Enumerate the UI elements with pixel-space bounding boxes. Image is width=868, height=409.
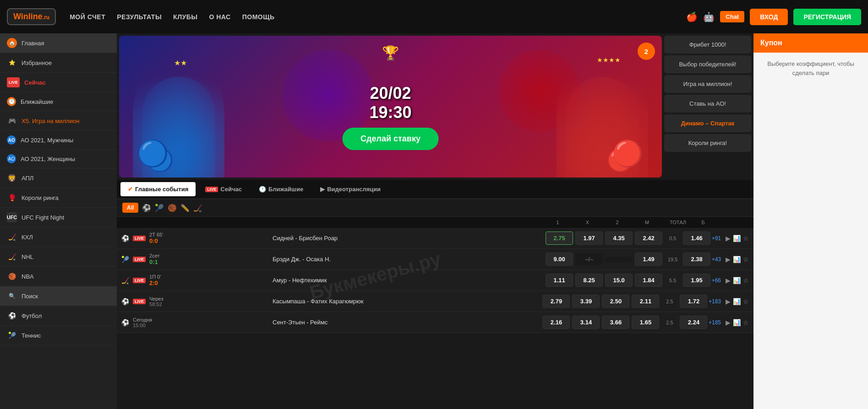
event-4-oddm-button[interactable]: 2.11 <box>632 295 659 308</box>
event-4-stats-icon[interactable]: 📊 <box>733 298 741 305</box>
banner-cta-button[interactable]: Сделай ставку <box>342 128 439 150</box>
event-2-star-icon[interactable]: ☆ <box>743 256 749 263</box>
event-1-odd2-button[interactable]: 4.35 <box>605 231 633 245</box>
event-4-oddx-button[interactable]: 3.39 <box>572 295 600 308</box>
event-1-oddx-button[interactable]: 1.97 <box>575 231 603 245</box>
sidebar-item-football[interactable]: ⚽ Футбол <box>0 306 117 326</box>
event-1-oddm-button[interactable]: 2.42 <box>635 231 662 245</box>
sidebar-item-search[interactable]: 🔍 Поиск <box>0 286 117 306</box>
filter-football-icon[interactable]: ⚽ <box>142 204 151 212</box>
nav-results[interactable]: РЕЗУЛЬТАТЫ <box>117 13 162 21</box>
event-2-oddb-button[interactable]: 2.38 <box>683 253 710 266</box>
main-banner[interactable]: 🏆 🔵 🔴 ★★ ★★★★ 🔵 🔴 <box>119 36 662 178</box>
tab-live[interactable]: LIVE Сейчас <box>198 182 249 196</box>
sidebar-item-home[interactable]: 🏠 Главная <box>0 33 117 53</box>
banner-side-winners[interactable]: Выбор победителей! <box>664 55 751 73</box>
apple-icon[interactable]: 🍎 <box>686 11 698 22</box>
sidebar-item-live[interactable]: LIVE Сейчас <box>0 73 117 92</box>
tab-live-label: Сейчас <box>220 186 242 193</box>
nav-my-account[interactable]: МОЙ СЧЕТ <box>70 13 105 21</box>
filter-basketball-icon[interactable]: 🏀 <box>168 204 177 212</box>
event-5-odd1-button[interactable]: 2.16 <box>542 316 570 329</box>
banner-side-million[interactable]: Игра на миллион! <box>664 75 751 93</box>
sidebar-item-kings[interactable]: 🥊 Короли ринга <box>0 188 117 208</box>
event-4-more-button[interactable]: +183 <box>709 298 721 305</box>
sidebar-item-x5[interactable]: 🎮 Х5. Игра на миллион <box>0 111 117 131</box>
banner-side-ao[interactable]: Ставь на АО! <box>664 95 751 113</box>
filter-tennis-icon[interactable]: 🎾 <box>155 204 164 212</box>
filter-all-button[interactable]: All <box>122 203 138 213</box>
event-2-odd1-button[interactable]: 9.00 <box>546 253 573 266</box>
event-2-more-button[interactable]: +43 <box>712 256 721 263</box>
sidebar-item-tennis[interactable]: 🎾 Теннис <box>0 326 117 345</box>
event-3-odd2-button[interactable]: 15.0 <box>605 274 633 287</box>
nav-clubs[interactable]: КЛУБЫ <box>173 13 197 21</box>
event-3-more-button[interactable]: +66 <box>712 277 721 284</box>
banner-side-kings[interactable]: Короли ринга! <box>664 134 751 152</box>
filter-hockey-icon[interactable]: 🏒 <box>193 204 202 212</box>
banner-side-match[interactable]: Динамо – Спартак <box>664 114 751 132</box>
event-5-more-button[interactable]: +185 <box>709 319 721 326</box>
event-1-stats-icon[interactable]: 📊 <box>733 235 741 242</box>
tennis-icon: 🎾 <box>7 330 17 340</box>
col-total-header: ТОТАЛ <box>662 220 694 225</box>
event-3-oddm-button[interactable]: 1.84 <box>635 274 662 287</box>
filter-pencil-icon[interactable]: ✏️ <box>180 204 190 212</box>
event-1-star-icon[interactable]: ☆ <box>743 235 749 242</box>
event-3-star-icon[interactable]: ☆ <box>743 277 749 284</box>
event-4-time-info: Через 58:52 <box>149 296 164 307</box>
sidebar-label-ao2021w: АО 2021, Женщины <box>21 156 75 162</box>
sidebar-item-nhl[interactable]: 🏒 NHL <box>0 247 117 267</box>
event-1-play-icon[interactable]: ▶ <box>726 235 731 242</box>
event-4-play-icon[interactable]: ▶ <box>726 298 731 305</box>
event-5-odd2-button[interactable]: 3.66 <box>602 316 629 329</box>
event-4-odd2-button[interactable]: 2.50 <box>602 295 629 308</box>
sidebar-label-ao2021m: АО 2021, Мужчины <box>21 137 73 144</box>
event-2-play-icon[interactable]: ▶ <box>726 256 731 263</box>
chat-button[interactable]: Chat <box>720 11 744 22</box>
sidebar-item-ao2021m[interactable]: AO АО 2021, Мужчины <box>0 131 117 150</box>
event-1-odd1-button[interactable]: 2.75 <box>546 231 573 245</box>
event-4-star-icon[interactable]: ☆ <box>743 298 749 305</box>
android-icon[interactable]: 🤖 <box>703 11 715 22</box>
sidebar-item-khl[interactable]: 🏒 КХЛ <box>0 227 117 247</box>
event-5-oddb-button[interactable]: 2.24 <box>680 316 707 329</box>
event-4-odd1-button[interactable]: 2.79 <box>542 295 570 308</box>
event-5-oddm-button[interactable]: 1.65 <box>632 316 659 329</box>
banner-side-freebet[interactable]: Фрибет 1000! <box>664 36 751 54</box>
event-3-oddx-button[interactable]: 8.25 <box>575 274 603 287</box>
brand-logo[interactable]: Winline.ru <box>7 8 56 25</box>
event-3-odd1-button[interactable]: 1.11 <box>546 274 573 287</box>
live-tab-badge: LIVE <box>205 187 218 192</box>
tab-video[interactable]: ▶ Видеотрансляции <box>313 182 388 196</box>
event-5-oddx-button[interactable]: 3.14 <box>572 316 600 329</box>
sidebar-item-ufc[interactable]: UFC UFC Fight Night <box>0 208 117 227</box>
tab-upcoming[interactable]: 🕐 Ближайшие <box>251 182 311 196</box>
event-5-play-icon[interactable]: ▶ <box>726 319 731 326</box>
event-3-oddb-button[interactable]: 1.95 <box>683 274 710 287</box>
event-1-oddb-button[interactable]: 1.46 <box>683 231 710 245</box>
event-4-oddb-button[interactable]: 1.72 <box>680 295 707 308</box>
event-1-more-button[interactable]: +91 <box>712 235 721 242</box>
register-button[interactable]: РЕГИСТРАЦИЯ <box>793 9 861 25</box>
tab-main-events[interactable]: ✔ Главные события <box>120 182 196 196</box>
event-2-name: Брэди Дж. - Осака Н. <box>268 256 545 263</box>
banner-side-panel: Фрибет 1000! Выбор победителей! Игра на … <box>664 36 751 178</box>
event-3-stats-icon[interactable]: 📊 <box>733 277 741 284</box>
sidebar-item-favorites[interactable]: ⭐ Избранное <box>0 53 117 73</box>
banner-section: 🏆 🔵 🔴 ★★ ★★★★ 🔵 🔴 <box>117 33 753 180</box>
sidebar-item-apl[interactable]: 🦁 АПЛ <box>0 168 117 188</box>
event-5-stats-icon[interactable]: 📊 <box>733 319 741 326</box>
sidebar-item-upcoming[interactable]: 🕐 Ближайшие <box>0 92 117 111</box>
event-5-star-icon[interactable]: ☆ <box>743 319 749 326</box>
event-2-actions: +43 ▶ 📊 ☆ <box>712 256 749 263</box>
nav-help[interactable]: ПОМОЩЬ <box>242 13 275 21</box>
event-2-oddm-button[interactable]: 1.49 <box>635 253 662 266</box>
login-button[interactable]: ВХОД <box>750 9 788 25</box>
event-4-meta: ⚽ LIVE Через 58:52 <box>121 296 268 307</box>
event-3-play-icon[interactable]: ▶ <box>726 277 731 284</box>
sidebar-item-ao2021w[interactable]: AO АО 2021, Женщины <box>0 150 117 168</box>
sidebar-item-nba[interactable]: 🏀 NBA <box>0 267 117 286</box>
nav-about[interactable]: О НАС <box>209 13 230 21</box>
event-2-stats-icon[interactable]: 📊 <box>733 256 741 263</box>
